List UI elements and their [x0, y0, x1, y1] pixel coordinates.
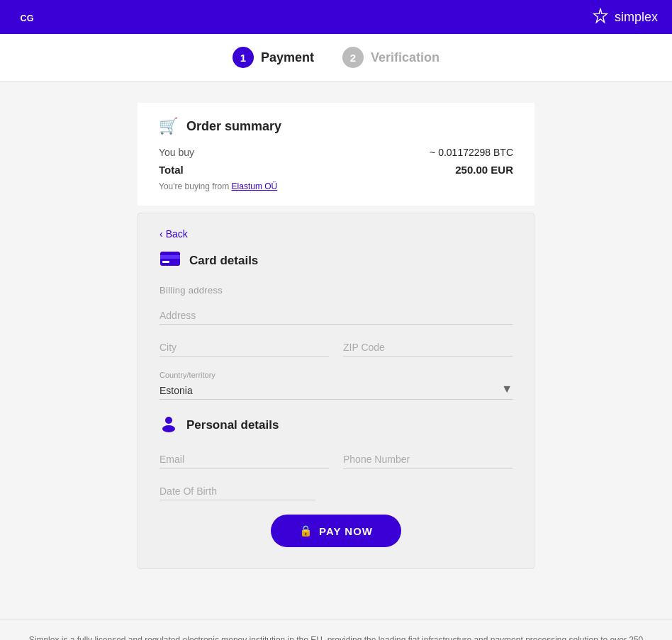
zip-input[interactable]: [343, 339, 513, 357]
simplex-icon: [590, 7, 610, 27]
email-input[interactable]: [159, 451, 329, 468]
step-2-label: Verification: [371, 50, 439, 65]
card-details-title: Card details: [189, 254, 258, 268]
step-1-label: Payment: [261, 50, 314, 65]
svg-text:CG: CG: [21, 13, 34, 23]
personal-details-header: Personal details: [159, 414, 513, 437]
address-input[interactable]: [159, 307, 513, 325]
svg-marker-2: [594, 9, 607, 23]
header: CG simplex: [0, 0, 672, 34]
email-phone-row: [159, 451, 513, 468]
address-field: [159, 307, 513, 325]
city-field: [159, 339, 329, 357]
you-buy-row: You buy ~ 0.01172298 BTC: [159, 147, 513, 158]
credit-card-icon: [159, 251, 181, 271]
country-select[interactable]: Estonia Latvia Lithuania Finland Germany…: [159, 382, 513, 400]
main-content: 🛒 Order summary You buy ~ 0.01172298 BTC…: [138, 82, 534, 590]
total-row: Total 250.00 EUR: [159, 164, 513, 176]
simplex-name: simplex: [615, 10, 658, 25]
country-field: Country/territory Estonia Latvia Lithuan…: [159, 371, 513, 400]
step-verification: 2 Verification: [342, 47, 439, 68]
phone-field: [343, 451, 513, 468]
person-icon: [159, 414, 178, 437]
step-2-circle: 2: [342, 47, 364, 68]
phone-input[interactable]: [343, 451, 513, 468]
dob-field: [159, 483, 315, 500]
personal-details-section: Personal details: [159, 414, 513, 500]
billing-address-label: Billing address: [159, 285, 513, 296]
total-label: Total: [159, 164, 184, 176]
simplex-logo: simplex: [590, 7, 658, 27]
order-summary: 🛒 Order summary You buy ~ 0.01172298 BTC…: [138, 103, 534, 206]
footer-text: Simplex is a fully licensed and regulate…: [28, 634, 644, 640]
svg-point-6: [165, 417, 172, 424]
cart-icon: 🛒: [159, 117, 178, 135]
you-buy-label: You buy: [159, 147, 194, 158]
city-zip-row: [159, 339, 513, 357]
order-from: You're buying from Elastum OÜ: [159, 181, 513, 191]
pay-button-container: 🔒 PAY NOW: [159, 515, 513, 547]
merchant-link[interactable]: Elastum OÜ: [232, 181, 278, 191]
svg-rect-5: [162, 261, 169, 263]
total-value: 250.00 EUR: [455, 164, 513, 176]
lock-icon: 🔒: [299, 524, 313, 537]
you-buy-value: ~ 0.01172298 BTC: [430, 147, 513, 158]
country-label: Country/territory: [159, 371, 513, 379]
dob-input[interactable]: [159, 483, 315, 500]
personal-details-title: Personal details: [186, 418, 279, 432]
coingate-icon: CG: [14, 4, 40, 30]
footer: Simplex is a fully licensed and regulate…: [0, 619, 672, 640]
step-payment: 1 Payment: [233, 47, 314, 68]
svg-rect-4: [160, 255, 180, 259]
order-summary-title: 🛒 Order summary: [159, 117, 513, 135]
back-link[interactable]: ‹ Back: [159, 228, 188, 240]
card-details-header: Card details: [159, 251, 513, 271]
email-field: [159, 451, 329, 468]
steps-bar: 1 Payment 2 Verification: [0, 34, 672, 82]
city-input[interactable]: [159, 339, 329, 357]
card-section: ‹ Back Card details Billing address: [138, 213, 534, 569]
pay-now-button[interactable]: 🔒 PAY NOW: [271, 515, 401, 547]
svg-point-7: [162, 425, 175, 432]
zip-field: [343, 339, 513, 357]
coingate-logo: CG: [14, 4, 40, 30]
step-1-circle: 1: [233, 47, 254, 68]
